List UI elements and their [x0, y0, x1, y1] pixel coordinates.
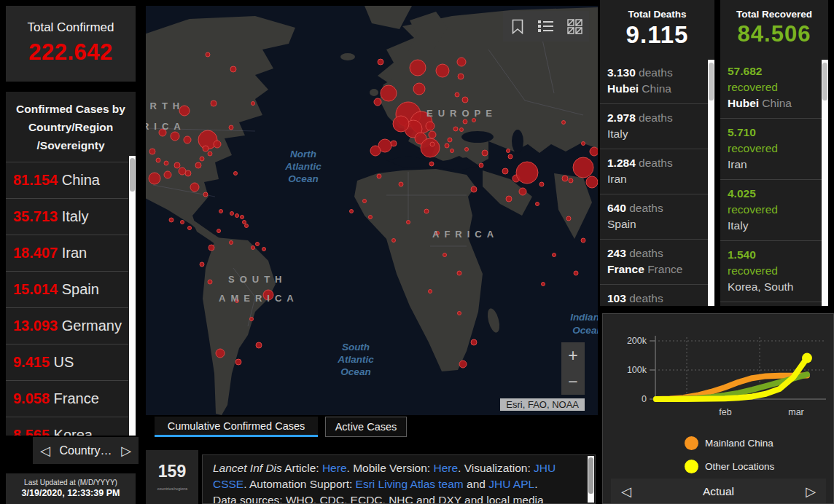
case-bubble[interactable]	[562, 176, 568, 181]
case-bubble[interactable]	[569, 178, 573, 183]
case-bubble[interactable]	[392, 239, 396, 243]
case-bubble[interactable]	[241, 216, 244, 219]
zoom-out-button[interactable]: −	[561, 369, 585, 395]
prev-page-arrow-icon[interactable]: ◁	[40, 443, 50, 459]
case-bubble[interactable]	[256, 342, 262, 348]
case-bubble[interactable]	[208, 280, 212, 284]
case-bubble[interactable]	[369, 216, 373, 219]
case-bubble[interactable]	[156, 158, 160, 162]
case-bubble[interactable]	[458, 312, 461, 315]
case-bubble[interactable]	[381, 85, 397, 101]
case-bubble[interactable]	[453, 127, 458, 131]
tab-active-cases[interactable]: Active Cases	[325, 417, 407, 437]
case-bubble[interactable]	[252, 246, 255, 250]
case-bubble[interactable]	[421, 138, 440, 157]
case-bubble[interactable]	[200, 157, 204, 161]
case-bubble[interactable]	[219, 210, 223, 213]
case-bubble[interactable]	[471, 186, 477, 192]
case-bubble[interactable]	[443, 253, 447, 257]
case-bubble[interactable]	[206, 52, 210, 57]
case-bubble[interactable]	[562, 121, 566, 125]
case-bubble[interactable]	[184, 136, 191, 143]
case-bubble[interactable]	[208, 151, 212, 156]
case-bubble[interactable]	[370, 146, 381, 156]
case-bubble[interactable]	[430, 142, 434, 146]
list-item[interactable]: 4.025recovered Italy	[720, 179, 828, 240]
case-bubble[interactable]	[179, 168, 186, 175]
case-bubble[interactable]	[252, 102, 255, 106]
case-bubble[interactable]	[429, 162, 434, 166]
case-bubble[interactable]	[208, 245, 214, 251]
list-item[interactable]: 18.407 Iran	[6, 235, 128, 271]
case-bubble[interactable]	[230, 212, 234, 216]
case-bubble[interactable]	[399, 182, 403, 186]
case-bubble[interactable]	[211, 101, 217, 106]
legend-item[interactable]: Other Locations	[685, 460, 774, 473]
list-item[interactable]: 1.284 deaths Iran	[600, 149, 714, 194]
case-bubble[interactable]	[536, 202, 539, 206]
case-bubble[interactable]	[256, 243, 260, 246]
list-item[interactable]: 9.058 France	[6, 380, 128, 417]
link[interactable]: JHU APL	[488, 478, 534, 490]
case-bubble[interactable]	[590, 147, 598, 156]
case-bubble[interactable]	[350, 210, 354, 213]
case-bubble[interactable]	[235, 359, 241, 365]
case-bubble[interactable]	[451, 149, 454, 153]
case-bubble[interactable]	[429, 290, 432, 294]
list-item[interactable]: 15.014 Spain	[6, 271, 128, 307]
scrollbar[interactable]	[588, 456, 594, 503]
case-bubble[interactable]	[216, 349, 225, 358]
case-bubble[interactable]	[149, 149, 155, 154]
case-bubble[interactable]	[190, 183, 199, 192]
case-bubble[interactable]	[164, 171, 171, 178]
link[interactable]: Esri Living Atlas team	[356, 478, 464, 490]
case-bubble[interactable]	[149, 173, 160, 184]
case-bubble[interactable]	[413, 83, 425, 95]
list-item[interactable]: 243 deathsFrance France	[600, 239, 714, 284]
case-bubble[interactable]	[445, 143, 449, 148]
case-bubble[interactable]	[457, 271, 461, 275]
case-bubble[interactable]	[214, 141, 221, 148]
list-item[interactable]: 8.565 Korea, South	[6, 417, 128, 436]
case-bubble[interactable]	[586, 176, 598, 188]
list-item[interactable]: 1.540recovered Korea, South	[720, 240, 828, 302]
case-bubble[interactable]	[462, 97, 468, 103]
case-bubble[interactable]	[250, 318, 254, 321]
list-item[interactable]: 35.713 Italy	[6, 198, 128, 235]
case-bubble[interactable]	[479, 163, 483, 168]
case-bubble[interactable]	[424, 209, 429, 213]
case-bubble[interactable]	[230, 66, 236, 72]
case-bubble[interactable]	[519, 188, 526, 195]
legend-item[interactable]: Mainland China	[685, 436, 774, 450]
scrollbar[interactable]	[708, 60, 714, 306]
case-bubble[interactable]	[217, 229, 221, 233]
prev-chart-arrow-icon[interactable]: ◁	[621, 484, 631, 500]
link[interactable]: Here	[322, 462, 347, 474]
case-bubble[interactable]	[377, 174, 381, 178]
case-bubble[interactable]	[235, 214, 239, 218]
case-bubble[interactable]	[363, 200, 367, 203]
case-bubble[interactable]	[374, 98, 381, 106]
case-bubble[interactable]	[471, 339, 477, 345]
case-bubble[interactable]	[195, 162, 201, 168]
case-bubble[interactable]	[582, 142, 585, 146]
case-bubble[interactable]	[436, 64, 449, 77]
case-bubble[interactable]	[245, 224, 249, 228]
bookmark-icon[interactable]	[503, 11, 531, 42]
case-bubble[interactable]	[463, 119, 467, 124]
list-item[interactable]: 2.978 deaths Italy	[600, 103, 714, 149]
case-bubble[interactable]	[171, 132, 179, 141]
next-chart-arrow-icon[interactable]: ▷	[806, 484, 816, 500]
case-bubble[interactable]	[457, 58, 466, 66]
case-bubble[interactable]	[566, 216, 571, 221]
case-bubble[interactable]	[573, 157, 593, 178]
case-bubble[interactable]	[506, 196, 512, 202]
tab-cumulative-confirmed-cases[interactable]: Cumulative Confirmed Cases	[155, 417, 318, 437]
list-item[interactable]: 81.154 China	[6, 162, 128, 198]
list-item[interactable]: 9.415 US	[6, 344, 128, 380]
case-bubble[interactable]	[234, 172, 238, 176]
case-bubble[interactable]	[393, 116, 409, 132]
case-bubble[interactable]	[542, 283, 545, 286]
world-map[interactable]: NORTH AMERICA EUROPE AFRICA SOUTH AMERIC…	[146, 6, 598, 415]
case-bubble[interactable]	[164, 161, 168, 165]
